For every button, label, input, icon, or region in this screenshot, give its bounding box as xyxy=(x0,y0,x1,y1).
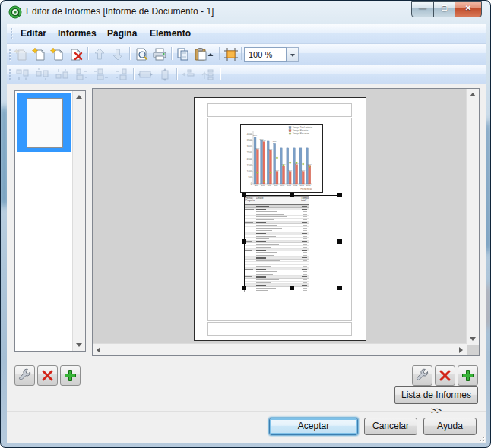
edit-report-icon[interactable] xyxy=(13,46,30,62)
svg-text:30/01: 30/01 xyxy=(280,185,285,186)
preview-panel[interactable]: 0500100015002000250030003500400038002800… xyxy=(92,88,480,356)
zoom-dropdown-button[interactable] xyxy=(287,47,299,62)
align-middle-icon[interactable] xyxy=(34,68,52,81)
maximize-button[interactable]: ▢ xyxy=(433,1,455,17)
svg-text:2800: 2800 xyxy=(255,147,260,149)
menubar: Editar Informes Página Elemento xyxy=(7,24,486,44)
new-report-icon[interactable] xyxy=(31,46,48,62)
svg-text:1000: 1000 xyxy=(301,169,306,171)
svg-text:16/01: 16/01 xyxy=(268,185,272,186)
selection-handle-n[interactable] xyxy=(290,193,294,197)
svg-text:3450: 3450 xyxy=(266,139,271,140)
selection-handle-se[interactable] xyxy=(337,286,342,290)
align-center-icon[interactable] xyxy=(93,68,112,81)
zoom-combobox[interactable]: 100 % xyxy=(244,47,287,62)
print-preview-icon[interactable] xyxy=(133,46,150,62)
duplicate-report-icon[interactable] xyxy=(49,46,66,62)
print-icon[interactable] xyxy=(151,46,168,62)
chevron-down-icon xyxy=(290,54,295,57)
delete-report-icon[interactable] xyxy=(68,46,84,62)
selection-handle-ne[interactable] xyxy=(337,193,342,197)
thumbnail-scrollbar[interactable] xyxy=(72,91,85,351)
scroll-down-icon[interactable] xyxy=(76,343,82,347)
delete-page-button[interactable] xyxy=(37,365,58,386)
toolbar-grip xyxy=(9,49,11,60)
toolbar-separator xyxy=(241,47,242,60)
accept-button[interactable]: Aceptar xyxy=(269,418,358,435)
toolbar-separator xyxy=(87,47,89,60)
svg-text:Fecha inicial: Fecha inicial xyxy=(301,188,312,191)
close-button[interactable]: ✕ xyxy=(455,1,482,17)
svg-text:Tiempo Resumen: Tiempo Resumen xyxy=(293,132,309,135)
minimize-icon: — xyxy=(412,4,433,12)
same-width-icon[interactable] xyxy=(137,68,155,81)
menu-elemento[interactable]: Elemento xyxy=(144,27,196,40)
paste-icon[interactable] xyxy=(193,46,216,62)
svg-text:2900: 2900 xyxy=(286,146,290,147)
cancel-button[interactable]: Cancelar xyxy=(364,418,417,435)
page-header-band xyxy=(207,103,352,117)
selection-handle-s[interactable] xyxy=(290,286,294,290)
menubar-grip xyxy=(11,28,13,39)
dialog-body: Editar Informes Página Elemento xyxy=(7,24,486,443)
scroll-up-icon[interactable] xyxy=(470,93,476,96)
report-editor-window: Editor de Informes [Informe de Documento… xyxy=(0,0,491,448)
chart-element[interactable]: 0500100015002000250030003500400038002800… xyxy=(240,124,323,193)
svg-text:20/02: 20/02 xyxy=(300,185,305,186)
menu-editar[interactable]: Editar xyxy=(15,27,52,40)
svg-text:1000: 1000 xyxy=(247,170,252,173)
app-icon xyxy=(8,5,22,19)
delete-report-button[interactable] xyxy=(435,365,455,386)
minimize-button[interactable]: — xyxy=(411,1,434,17)
toolbar-separator xyxy=(171,47,173,60)
help-button[interactable]: Ayuda xyxy=(423,418,477,435)
same-height-icon[interactable] xyxy=(157,68,175,81)
edit-report-button[interactable] xyxy=(412,365,432,386)
svg-text:02/01: 02/01 xyxy=(255,185,259,186)
send-back-icon[interactable] xyxy=(180,68,198,81)
selection-handle-sw[interactable] xyxy=(242,286,246,290)
align-right-icon[interactable] xyxy=(113,68,131,81)
window-title: Editor de Informes [Informe de Documento… xyxy=(26,6,214,17)
svg-text:3300: 3300 xyxy=(273,140,277,142)
add-report-button[interactable] xyxy=(458,365,478,386)
svg-text:2900: 2900 xyxy=(306,146,310,147)
selection-rectangle[interactable] xyxy=(244,195,341,289)
page-thumbnail-selected[interactable] xyxy=(17,93,71,152)
wrench-icon xyxy=(415,368,429,383)
preview-vscrollbar[interactable] xyxy=(466,89,479,345)
scroll-up-icon[interactable] xyxy=(76,95,82,99)
close-icon: ✕ xyxy=(455,4,481,12)
selection-handle-nw[interactable] xyxy=(242,193,246,197)
menu-informes[interactable]: Informes xyxy=(52,27,102,40)
scroll-down-icon[interactable] xyxy=(470,337,476,341)
selection-handle-e[interactable] xyxy=(337,239,342,244)
resize-grip[interactable] xyxy=(475,432,484,441)
add-page-button[interactable] xyxy=(60,365,81,386)
report-list-button[interactable]: Lista de Informes >> xyxy=(394,386,478,404)
align-bottom-icon[interactable] xyxy=(54,68,72,81)
svg-text:2900: 2900 xyxy=(299,146,303,147)
edit-page-button[interactable] xyxy=(14,365,35,386)
add-plus-icon xyxy=(461,368,475,383)
svg-text:2700: 2700 xyxy=(268,148,273,150)
page-margins-icon[interactable] xyxy=(223,46,239,62)
copy-icon[interactable] xyxy=(175,46,192,62)
align-top-icon[interactable] xyxy=(14,68,33,81)
selection-handle-w[interactable] xyxy=(242,239,246,244)
bring-front-icon[interactable] xyxy=(200,68,218,81)
svg-text:3000: 3000 xyxy=(247,145,252,148)
scroll-right-icon[interactable] xyxy=(459,347,463,353)
move-down-icon[interactable] xyxy=(109,46,126,62)
align-left-icon[interactable] xyxy=(74,68,92,81)
main-toolbar: 100 % xyxy=(7,44,486,65)
preview-hscrollbar[interactable] xyxy=(93,343,467,355)
scroll-left-icon[interactable] xyxy=(97,347,100,353)
move-up-icon[interactable] xyxy=(91,46,108,62)
toolbar-separator xyxy=(129,47,131,60)
report-page[interactable]: 0500100015002000250030003500400038002800… xyxy=(194,97,366,341)
maximize-icon: ▢ xyxy=(434,4,455,11)
menu-pagina[interactable]: Página xyxy=(102,27,142,40)
thumbnail-panel xyxy=(14,90,86,352)
svg-text:3800: 3800 xyxy=(253,134,258,136)
